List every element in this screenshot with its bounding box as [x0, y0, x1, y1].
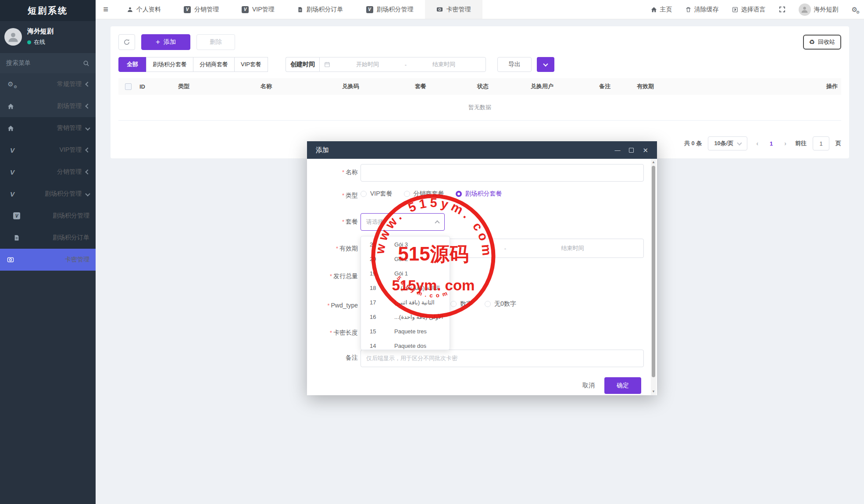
sidebar-item-general[interactable]: ⚙⚙ 常规管理	[0, 73, 96, 95]
toolbar: + 添加 删除 ♻ 回收站	[118, 34, 841, 50]
tab-profile[interactable]: 个人资料	[116, 0, 172, 19]
scroll-up-arrow[interactable]: ▲	[651, 160, 656, 165]
remark-input[interactable]: 仅后端显示，用于区分不同批次卡密	[361, 350, 644, 367]
goto-label: 前往	[795, 139, 807, 147]
home-icon	[6, 125, 15, 132]
radio-digits[interactable]: 数字	[450, 300, 472, 308]
data-table: ID 类型 名称 兑换码 套餐 状态 兑换用户 备注 有效期 操作 暂无数据	[118, 78, 841, 121]
search-placeholder: 搜索菜单	[6, 59, 83, 67]
sidebar-item-theater-points-manage[interactable]: V 剧场积分管理	[0, 205, 96, 227]
sidebar-item-theater[interactable]: 剧场管理	[0, 95, 96, 117]
filter-tab-distributor[interactable]: 分销商套餐	[193, 57, 235, 72]
confirm-button[interactable]: 确定	[604, 377, 641, 394]
dropdown-option[interactable]: 20Gói 2	[361, 251, 450, 265]
recycle-bin-button[interactable]: ♻ 回收站	[803, 35, 841, 50]
maximize-icon[interactable]	[629, 148, 634, 153]
close-icon[interactable]: ✕	[643, 147, 648, 154]
radio-vip-package[interactable]: VIP套餐	[361, 190, 393, 198]
pwd-type-label: Pwd_type	[331, 302, 358, 309]
page-unit: 页	[835, 139, 841, 147]
key-length-label: 卡密长度	[333, 329, 358, 336]
end-time-placeholder: 结束时间	[407, 61, 481, 68]
more-actions-button[interactable]	[537, 57, 554, 72]
dropdown-option[interactable]: 14Paquete dos	[361, 338, 450, 350]
v-icon: V	[8, 147, 17, 154]
radio-distributor-package[interactable]: 分销商套餐	[404, 190, 444, 198]
empty-state: 暂无数据	[118, 95, 841, 120]
sidebar-item-vip[interactable]: V VIP管理	[0, 139, 96, 161]
sidebar-item-distribution[interactable]: V 分销管理	[0, 161, 96, 183]
dialog-body: *名称 *类型 VIP套餐 分销商套餐 剧场积分套餐 *套餐 请	[307, 159, 657, 395]
dialog-scrollbar[interactable]: ▲ ▼	[651, 159, 656, 395]
user-menu[interactable]: 海外短剧	[792, 0, 845, 19]
document-icon	[12, 235, 21, 241]
sidebar-search-input[interactable]: 搜索菜单	[0, 53, 96, 73]
minimize-icon[interactable]: —	[614, 147, 620, 153]
created-time-range-input[interactable]: 开始时间 - 结束时间	[319, 57, 486, 72]
start-time-placeholder: 开始时间	[330, 61, 405, 68]
package-placeholder: 请选择	[366, 218, 383, 226]
name-label: 名称	[346, 168, 358, 175]
radio-theater-points-package[interactable]: 剧场积分套餐	[456, 190, 502, 198]
radio-no-zero-digits[interactable]: 无0数字	[485, 300, 516, 308]
page-size-select[interactable]: 10条/页	[708, 136, 747, 150]
remark-placeholder: 仅后端显示，用于区分不同批次卡密	[366, 354, 457, 362]
dropdown-option[interactable]: 15Paquete tres	[361, 323, 450, 338]
filter-tab-theater-points[interactable]: 剧场积分套餐	[146, 57, 193, 72]
delete-button[interactable]: 删除	[196, 34, 235, 50]
tab-theater-points-orders[interactable]: 剧场积分订单	[286, 0, 355, 19]
settings-button[interactable]: ⚙⚙	[845, 0, 864, 19]
select-all-checkbox[interactable]	[125, 83, 132, 90]
chevron-down-icon	[85, 191, 90, 196]
sidebar-item-theater-points[interactable]: V 剧场积分管理	[0, 183, 96, 205]
next-page-button[interactable]: ›	[782, 140, 789, 147]
chevron-down-icon	[737, 140, 742, 145]
package-select[interactable]: 请选择	[361, 213, 445, 231]
top-navbar: ≡ 个人资料 V 分销管理 V VIP管理 剧场积分订单 V 剧场积分管理 卡密…	[96, 0, 864, 19]
current-page[interactable]: 1	[767, 140, 775, 147]
sidebar: 短剧系统 海外短剧 在线 搜索菜单 ⚙⚙ 常规管理 剧场管理	[0, 0, 96, 504]
refresh-button[interactable]	[118, 34, 135, 50]
remark-label: 备注	[346, 354, 358, 361]
filter-tab-vip[interactable]: VIP套餐	[234, 57, 268, 72]
chevron-left-icon	[85, 169, 90, 174]
export-button[interactable]: 导出	[497, 57, 532, 72]
sidebar-item-theater-points-orders[interactable]: 剧场积分订单	[0, 227, 96, 249]
dropdown-option[interactable]: 17(الثانية (باقة اثنين	[361, 294, 450, 309]
radio-icon	[485, 301, 491, 307]
dialog-footer: 取消 确定	[582, 377, 641, 394]
dialog-title: 添加	[316, 146, 329, 154]
chevron-left-icon	[85, 82, 90, 86]
tab-card-keys[interactable]: 卡密管理	[425, 0, 482, 19]
fullscreen-button[interactable]	[772, 0, 792, 19]
add-dialog: 添加 — ✕ *名称 *类型 VIP套餐 分销商套餐	[307, 141, 657, 395]
sidebar-item-card-keys[interactable]: 卡密管理	[0, 249, 96, 271]
dropdown-option[interactable]: 21Gói 3	[361, 236, 450, 251]
tab-theater-points-manage[interactable]: V 剧场积分管理	[355, 0, 425, 19]
name-input[interactable]	[361, 164, 644, 182]
filter-tab-all[interactable]: 全部	[118, 57, 146, 72]
v-square-icon: V	[366, 6, 373, 13]
prev-page-button[interactable]: ‹	[753, 140, 761, 147]
language-button[interactable]: 选择语言	[725, 0, 772, 19]
v-square-icon: V	[242, 6, 249, 13]
goto-page-input[interactable]	[813, 136, 829, 150]
cancel-button[interactable]: 取消	[582, 382, 595, 390]
scrollbar-thumb[interactable]	[652, 166, 655, 377]
clear-cache-button[interactable]: 清除缓存	[679, 0, 725, 19]
gears-icon: ⚙⚙	[6, 80, 15, 88]
add-button[interactable]: + 添加	[141, 34, 190, 50]
dropdown-option[interactable]: 16...الأولى (باقة واحدة)	[361, 309, 450, 323]
user-avatar[interactable]	[4, 28, 22, 46]
tab-distribution[interactable]: V 分销管理	[172, 0, 230, 19]
dropdown-option[interactable]: 19Gói 1	[361, 265, 450, 280]
sidebar-item-marketing[interactable]: 营销管理	[0, 117, 96, 139]
dropdown-option[interactable]: 18... الثالثة (باقة ثلاثة)	[361, 280, 450, 294]
hamburger-menu-icon[interactable]: ≡	[96, 0, 116, 19]
tab-vip[interactable]: V VIP管理	[230, 0, 286, 19]
plus-icon: +	[156, 38, 160, 46]
scroll-down-arrow[interactable]: ▼	[651, 389, 656, 394]
chevron-left-icon	[85, 104, 90, 108]
home-button[interactable]: 主页	[644, 0, 679, 19]
gears-icon: ⚙⚙	[852, 6, 857, 14]
